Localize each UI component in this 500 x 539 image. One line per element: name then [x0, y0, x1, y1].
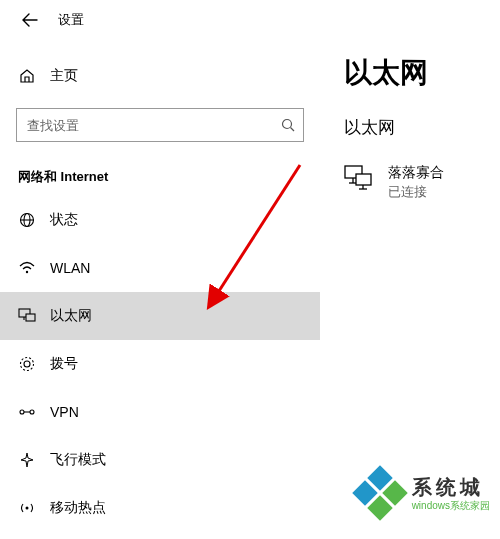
- svg-rect-16: [356, 174, 371, 185]
- section-title: 以太网: [344, 116, 500, 139]
- hotspot-icon: [18, 500, 36, 516]
- sidebar-item-ethernet[interactable]: 以太网: [0, 292, 320, 340]
- search-box[interactable]: [16, 108, 304, 142]
- watermark-sub-text: windows系统家园: [412, 499, 490, 513]
- ethernet-icon: [18, 308, 36, 324]
- svg-point-0: [283, 120, 292, 129]
- sidebar-item-label: 移动热点: [50, 499, 106, 517]
- back-arrow-icon: [22, 13, 38, 27]
- svg-line-1: [291, 128, 295, 132]
- dialup-icon: [18, 356, 36, 372]
- watermark-main-text: 系统城: [412, 474, 490, 501]
- network-status: 已连接: [388, 183, 444, 201]
- page-title: 以太网: [344, 54, 500, 92]
- sidebar-item-label: 以太网: [50, 307, 92, 325]
- sidebar-item-dialup[interactable]: 拨号: [0, 340, 320, 388]
- sidebar-item-airplane[interactable]: 飞行模式: [0, 436, 320, 484]
- search-input[interactable]: [17, 118, 273, 133]
- sidebar-item-label: 状态: [50, 211, 78, 229]
- svg-point-9: [24, 361, 30, 367]
- home-icon: [18, 68, 36, 84]
- globe-icon: [18, 212, 36, 228]
- network-computer-icon: [344, 165, 372, 191]
- watermark: 系统城 windows系统家园: [354, 467, 490, 519]
- airplane-icon: [18, 452, 36, 468]
- svg-point-11: [20, 410, 24, 414]
- network-entry[interactable]: 落落寡合 已连接: [344, 163, 500, 201]
- svg-point-5: [26, 271, 28, 273]
- sidebar-item-label: 飞行模式: [50, 451, 106, 469]
- sidebar-item-label: VPN: [50, 404, 79, 420]
- svg-rect-7: [26, 314, 35, 321]
- sidebar-item-vpn[interactable]: VPN: [0, 388, 320, 436]
- header-row: 设置: [0, 0, 320, 40]
- svg-point-10: [21, 358, 34, 371]
- back-button[interactable]: [20, 10, 40, 30]
- category-title: 网络和 Internet: [0, 158, 320, 196]
- svg-point-14: [26, 507, 29, 510]
- wifi-icon: [18, 261, 36, 275]
- home-nav-item[interactable]: 主页: [0, 52, 320, 100]
- home-label: 主页: [50, 67, 78, 85]
- sidebar-item-label: 拨号: [50, 355, 78, 373]
- svg-point-12: [30, 410, 34, 414]
- network-info: 落落寡合 已连接: [388, 163, 444, 201]
- network-name: 落落寡合: [388, 163, 444, 181]
- sidebar-item-label: WLAN: [50, 260, 90, 276]
- sidebar-item-status[interactable]: 状态: [0, 196, 320, 244]
- search-icon[interactable]: [273, 118, 303, 132]
- header-title: 设置: [58, 11, 84, 29]
- watermark-logo: [354, 467, 406, 519]
- sidebar-item-hotspot[interactable]: 移动热点: [0, 484, 320, 532]
- settings-sidebar: 设置 主页 网络和 Internet 状态: [0, 0, 320, 539]
- vpn-icon: [18, 405, 36, 419]
- main-content: 以太网 以太网 落落寡合 已连接: [320, 0, 500, 201]
- sidebar-item-wlan[interactable]: WLAN: [0, 244, 320, 292]
